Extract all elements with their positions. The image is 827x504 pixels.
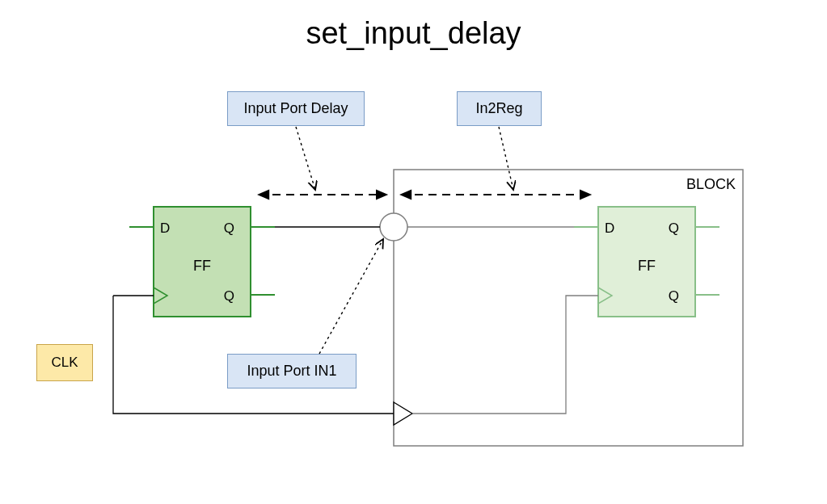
svg-text:D: D: [160, 220, 170, 236]
pointer-in2reg: [499, 127, 513, 190]
svg-text:Q: Q: [669, 288, 679, 304]
block-label: BLOCK: [686, 176, 736, 192]
block-clock-triangle: [394, 402, 412, 425]
svg-text:Q: Q: [669, 220, 679, 236]
pointer-input-port-delay: [296, 127, 315, 190]
svg-text:Q: Q: [224, 220, 234, 236]
port-circle: [380, 213, 407, 241]
flipflop-2: FF D Q Q: [574, 207, 719, 317]
svg-text:Q: Q: [224, 288, 234, 304]
svg-text:FF: FF: [193, 258, 211, 274]
svg-text:FF: FF: [638, 258, 656, 274]
clk-wire-inside: [412, 296, 598, 414]
flipflop-1: FF D Q Q: [129, 207, 275, 317]
diagram-svg: BLOCK FF D Q Q FF D Q Q: [0, 0, 827, 504]
svg-text:D: D: [605, 220, 614, 236]
pointer-input-port-in1: [319, 239, 383, 354]
